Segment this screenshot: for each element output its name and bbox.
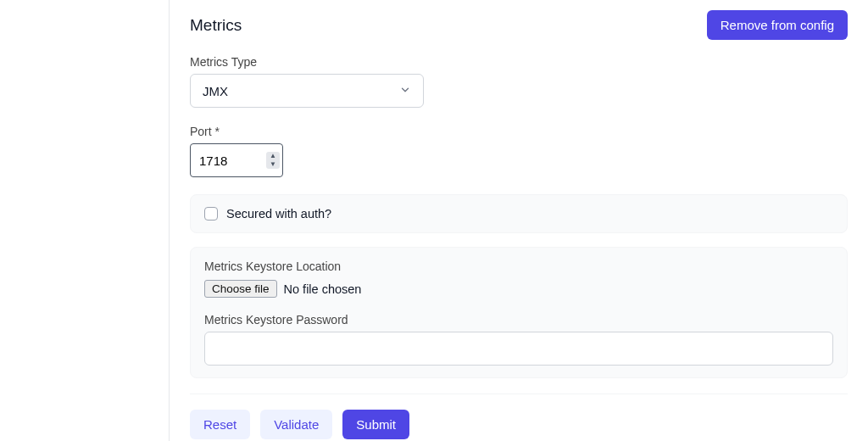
metrics-type-select[interactable]: JMX [190, 74, 424, 108]
keystore-panel: Metrics Keystore Location Choose file No… [190, 247, 848, 378]
choose-file-button[interactable]: Choose file [204, 280, 277, 298]
keystore-password-label: Metrics Keystore Password [204, 313, 833, 327]
port-label: Port * [190, 125, 848, 138]
section-title: Metrics [190, 16, 242, 35]
validate-button[interactable]: Validate [260, 410, 332, 439]
reset-button[interactable]: Reset [190, 410, 250, 439]
secured-auth-label: Secured with auth? [226, 207, 331, 220]
file-chosen-status: No file chosen [284, 282, 362, 296]
sidebar [0, 0, 170, 441]
keystore-location-label: Metrics Keystore Location [204, 260, 833, 273]
main-content: Metrics Remove from config Metrics Type … [170, 0, 868, 441]
auth-panel: Secured with auth? [190, 194, 848, 233]
action-row: Reset Validate Submit [190, 410, 848, 439]
chevron-down-icon [399, 84, 411, 98]
divider [190, 394, 848, 394]
port-stepper[interactable]: ▲ ▼ [266, 152, 280, 169]
submit-button[interactable]: Submit [342, 410, 409, 439]
caret-up-icon[interactable]: ▲ [266, 152, 280, 160]
metrics-type-label: Metrics Type [190, 55, 848, 69]
secured-auth-checkbox[interactable] [204, 207, 218, 220]
metrics-type-value: JMX [203, 84, 228, 98]
caret-down-icon[interactable]: ▼ [266, 160, 280, 169]
keystore-password-input[interactable] [204, 332, 833, 366]
section-header: Metrics Remove from config [190, 10, 848, 40]
remove-from-config-button[interactable]: Remove from config [707, 10, 848, 40]
